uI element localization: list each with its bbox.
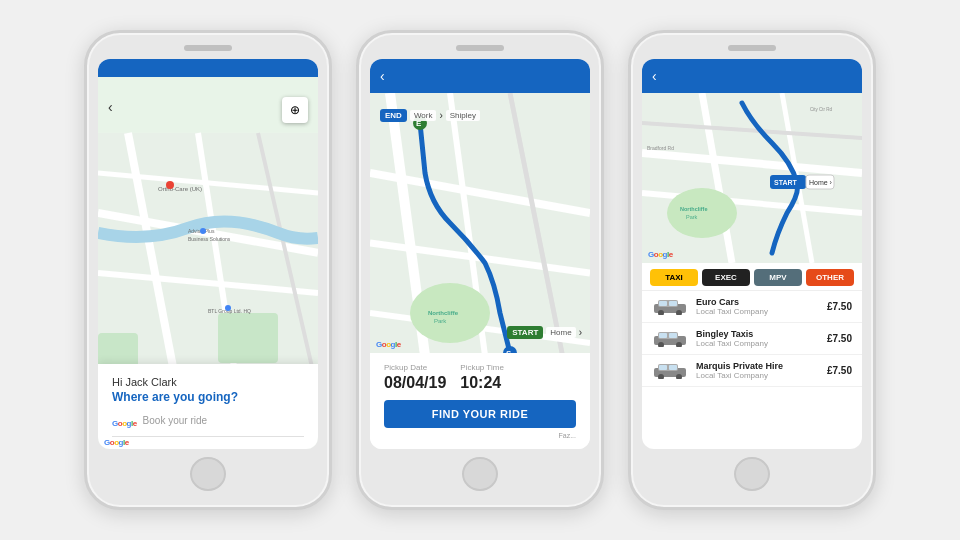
ride-type-2: Local Taxi Company — [696, 371, 819, 380]
svg-text:Business Solutions: Business Solutions — [188, 236, 231, 242]
phone-3-top-bar: ‹ — [642, 59, 862, 93]
ride-name-2: Marquis Private Hire — [696, 361, 819, 371]
ride-name-1: Bingley Taxis — [696, 329, 819, 339]
svg-text:Park: Park — [434, 318, 447, 324]
ride-info-2: Marquis Private Hire Local Taxi Company — [696, 361, 819, 380]
phone-1-status-bar — [98, 59, 318, 77]
phone-2: ‹ Northcliffe Park — [356, 30, 604, 510]
car-icon-2 — [652, 361, 688, 379]
svg-rect-64 — [659, 365, 667, 370]
dt-row: Pickup Date 08/04/19 Pickup Time 10:24 — [384, 363, 576, 392]
svg-text:S: S — [506, 349, 512, 353]
rides-list: Euro Cars Local Taxi Company £7.50 Bingl… — [642, 291, 862, 387]
route-arrow-2: › — [579, 327, 582, 338]
ride-item-1[interactable]: Bingley Taxis Local Taxi Company £7.50 — [642, 323, 862, 355]
route-end-label: END Work › Shipley — [380, 109, 480, 122]
greeting-text: Hi Jack Clark — [112, 376, 304, 388]
google-colors-logo: Google — [112, 412, 137, 430]
phone-1: Ortho-Care (UK) AdviserPlus Business Sol… — [84, 30, 332, 510]
phone-2-map: Northcliffe Park E S END Work › Shipley … — [370, 93, 590, 353]
svg-rect-53 — [669, 301, 677, 306]
car-icon-0 — [652, 297, 688, 315]
phone-1-home-btn[interactable] — [190, 457, 226, 491]
ride-item-2[interactable]: Marquis Private Hire Local Taxi Company … — [642, 355, 862, 387]
ride-price-1: £7.50 — [827, 333, 852, 344]
svg-text:City Ctr Rd: City Ctr Rd — [810, 107, 832, 112]
home-label: Home — [546, 327, 575, 338]
pickup-time-label: Pickup Time — [460, 363, 504, 372]
ride-input-row: Google Book your ride — [112, 412, 304, 437]
route-arrow-1: › — [439, 110, 442, 121]
phone-1-speaker — [184, 45, 232, 51]
ride-type-0: Local Taxi Company — [696, 307, 819, 316]
phone-3-map: Northcliffe Park START Home › Bradford R… — [642, 93, 862, 263]
svg-rect-52 — [659, 301, 667, 306]
map-2-svg: Northcliffe Park E S — [370, 93, 590, 353]
pickup-date-label: Pickup Date — [384, 363, 446, 372]
google-branding-3: Google — [648, 243, 673, 261]
phone-2-top-bar: ‹ — [370, 59, 590, 93]
map-3-svg: Northcliffe Park START Home › Bradford R… — [642, 93, 862, 263]
svg-text:Northcliffe: Northcliffe — [680, 206, 708, 212]
book-ride-placeholder[interactable]: Book your ride — [143, 415, 207, 426]
work-label: Work — [410, 110, 437, 121]
phone-3: ‹ Northcliffe Park START — [628, 30, 876, 510]
ride-info-1: Bingley Taxis Local Taxi Company — [696, 329, 819, 348]
route-start-label: START Home › — [507, 326, 582, 339]
svg-rect-59 — [669, 333, 677, 338]
ride-info-0: Euro Cars Local Taxi Company — [696, 297, 819, 316]
phone-3-screen: ‹ Northcliffe Park START — [642, 59, 862, 449]
ride-item-0[interactable]: Euro Cars Local Taxi Company £7.50 — [642, 291, 862, 323]
start-tag: START — [507, 326, 543, 339]
phone-2-home-btn[interactable] — [462, 457, 498, 491]
svg-text:Home ›: Home › — [809, 179, 833, 186]
tab-taxi[interactable]: TAXI — [650, 269, 698, 286]
destination-label: Shipley — [446, 110, 480, 121]
svg-text:Northcliffe: Northcliffe — [428, 310, 459, 316]
svg-point-17 — [225, 305, 231, 311]
tab-mpv[interactable]: MPV — [754, 269, 802, 286]
phone-1-bottom-card: Hi Jack Clark Where are you going? Googl… — [98, 364, 318, 449]
svg-point-16 — [200, 228, 206, 234]
svg-text:START: START — [774, 179, 798, 186]
car-icon-1 — [652, 329, 688, 347]
location-button-1[interactable]: ⊕ — [282, 97, 308, 123]
pickup-date-field: Pickup Date 08/04/19 — [384, 363, 446, 392]
pickup-time-value: 10:24 — [460, 374, 501, 391]
ride-price-2: £7.50 — [827, 365, 852, 376]
svg-point-15 — [166, 181, 174, 189]
svg-rect-65 — [669, 365, 677, 370]
ride-price-0: £7.50 — [827, 301, 852, 312]
google-branding-2: Google — [376, 333, 401, 351]
google-branding-1: Google — [104, 438, 129, 447]
pickup-date-value: 08/04/19 — [384, 374, 446, 391]
tab-exec[interactable]: EXEC — [702, 269, 750, 286]
phone-2-speaker — [456, 45, 504, 51]
phone-1-map: Ortho-Care (UK) AdviserPlus Business Sol… — [98, 77, 318, 449]
back-button-1[interactable]: ‹ — [108, 99, 113, 115]
phone-3-speaker — [728, 45, 776, 51]
back-button-3[interactable]: ‹ — [652, 68, 657, 84]
svg-text:Bradford Rd: Bradford Rd — [647, 145, 674, 151]
svg-text:Park: Park — [686, 214, 698, 220]
svg-rect-58 — [659, 333, 667, 338]
ride-type-1: Local Taxi Company — [696, 339, 819, 348]
svg-text:Ortho-Care (UK): Ortho-Care (UK) — [158, 186, 202, 192]
where-going-text[interactable]: Where are you going? — [112, 390, 304, 404]
back-button-2[interactable]: ‹ — [380, 68, 385, 84]
address-label: Faz... — [384, 432, 576, 439]
phone-3-home-btn[interactable] — [734, 457, 770, 491]
pickup-time-field: Pickup Time 10:24 — [460, 363, 504, 392]
tab-other[interactable]: OTHER — [806, 269, 854, 286]
phone-2-datetime-section: Pickup Date 08/04/19 Pickup Time 10:24 F… — [370, 353, 590, 449]
phone-1-screen: Ortho-Care (UK) AdviserPlus Business Sol… — [98, 59, 318, 449]
end-tag: END — [380, 109, 407, 122]
svg-rect-7 — [218, 313, 278, 363]
vehicle-tabs: TAXI EXEC MPV OTHER — [642, 263, 862, 291]
find-ride-button[interactable]: FIND YOUR RIDE — [384, 400, 576, 428]
svg-point-39 — [667, 188, 737, 238]
phone-2-screen: ‹ Northcliffe Park — [370, 59, 590, 449]
ride-name-0: Euro Cars — [696, 297, 819, 307]
